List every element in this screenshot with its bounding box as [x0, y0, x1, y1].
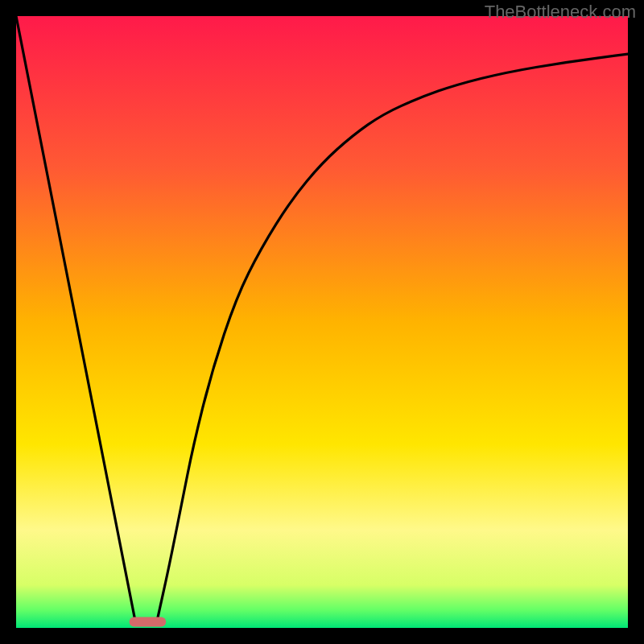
- marker-group: [130, 617, 167, 626]
- plot-area: [16, 16, 628, 628]
- chart-svg: [16, 16, 628, 628]
- gradient-background: [16, 16, 628, 628]
- chart-frame: TheBottleneck.com: [0, 0, 644, 644]
- watermark-text: TheBottleneck.com: [485, 2, 636, 23]
- min-marker: [130, 617, 167, 626]
